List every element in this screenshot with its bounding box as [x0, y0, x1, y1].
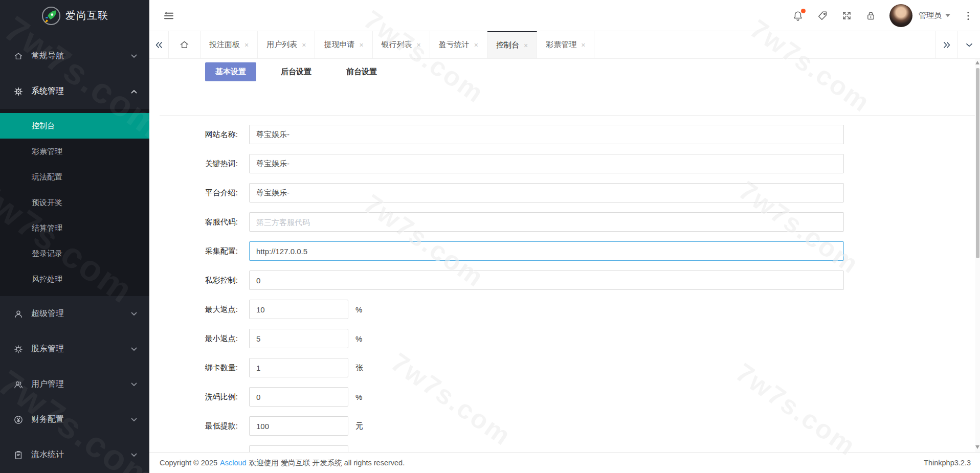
input-site-name[interactable]	[249, 125, 844, 144]
copyright-prefix: Copyright © 2025	[160, 459, 217, 467]
scroll-up-arrow[interactable]	[975, 61, 979, 64]
tabs-menu-chevron-icon[interactable]	[957, 31, 980, 58]
chevron-down-icon	[131, 347, 137, 351]
ascloud-link[interactable]: Ascloud	[220, 459, 247, 467]
subtab-backend-settings[interactable]: 后台设置	[271, 62, 322, 81]
subtab-basic-settings[interactable]: 基本设置	[205, 62, 256, 81]
submenu-item-risk-control[interactable]: 风控处理	[0, 266, 149, 292]
brand-name: 爱尚互联	[65, 9, 108, 22]
chevron-down-icon	[131, 382, 137, 387]
submenu-item-preset-draw[interactable]: 预设开奖	[0, 190, 149, 215]
tab-bank-list[interactable]: 银行列表×	[373, 31, 430, 58]
clipboard-icon	[13, 450, 24, 460]
form-row-max-rebate: 最大返点:%	[149, 300, 976, 319]
submenu-item-login-log[interactable]: 登录记录	[0, 241, 149, 266]
fullscreen-icon[interactable]	[841, 10, 852, 21]
sidebar-item-user-manage[interactable]: 用户管理	[0, 367, 149, 402]
form-row-private-lottery-control: 私彩控制:	[149, 271, 976, 290]
tab-close-icon[interactable]: ×	[244, 41, 249, 49]
form-label-platform-intro: 平台介绍:	[149, 188, 238, 198]
form-label-max-rebate: 最大返点:	[149, 305, 238, 314]
sidebar-item-label: 股东管理	[31, 344, 131, 354]
tab-label: 提现申请	[324, 40, 354, 50]
submenu-item-lottery-manage[interactable]: 彩票管理	[0, 139, 149, 164]
input-collect-config[interactable]	[249, 241, 844, 261]
sidebar-nav: 常规导航系统管理控制台彩票管理玩法配置预设开奖结算管理登录记录风控处理超级管理股…	[0, 31, 149, 472]
unit-bind-card-count: 张	[355, 363, 363, 373]
tab-close-icon[interactable]: ×	[524, 41, 528, 50]
home-icon	[13, 51, 24, 61]
tab-bar-controls	[935, 31, 980, 58]
tab-console[interactable]: 控制台×	[487, 31, 537, 58]
submenu-item-play-config[interactable]: 玩法配置	[0, 164, 149, 190]
form-label-min-rebate: 最小返点:	[149, 334, 238, 344]
home-tab-icon[interactable]	[169, 31, 201, 58]
framework-version: Thinkphp3.2.3	[924, 459, 971, 467]
tab-withdraw-apply[interactable]: 提现申请×	[315, 31, 372, 58]
input-bind-card-count[interactable]	[249, 358, 348, 377]
user-avatar[interactable]	[889, 4, 912, 27]
copyright-suffix: 欢迎使用 爱尚互联 开发系统 all rights reserved.	[249, 458, 405, 468]
unit-max-rebate: %	[355, 305, 362, 314]
chevron-down-icon	[131, 453, 137, 457]
user-menu[interactable]: 管理员	[919, 11, 950, 20]
form-label-min-withdraw: 最低提款:	[149, 421, 238, 431]
sidebar-item-general-nav[interactable]: 常规导航	[0, 38, 149, 74]
more-menu-icon[interactable]	[964, 11, 973, 21]
form-label-bind-card-count: 绑卡数量:	[149, 363, 238, 373]
tab-user-list[interactable]: 用户列表×	[258, 31, 315, 58]
tab-close-icon[interactable]: ×	[474, 41, 478, 49]
unit-min-withdraw: 元	[355, 421, 363, 431]
tab-label: 彩票管理	[546, 40, 576, 50]
vertical-scrollbar[interactable]	[975, 59, 980, 452]
input-service-code[interactable]	[249, 212, 844, 232]
input-hot-keywords[interactable]	[249, 154, 844, 173]
input-platform-intro[interactable]	[249, 183, 844, 202]
gear-icon	[13, 86, 24, 97]
input-max-rebate[interactable]	[249, 300, 348, 319]
notification-bell-icon[interactable]	[792, 10, 804, 21]
input-min-rebate[interactable]	[249, 329, 348, 348]
submenu-item-console[interactable]: 控制台	[0, 113, 149, 139]
form-label-wash-code-ratio: 洗码比例:	[149, 392, 238, 402]
brand[interactable]: 爱尚互联	[0, 0, 149, 31]
sidebar-collapse-icon[interactable]	[163, 10, 175, 22]
input-private-lottery-control[interactable]	[249, 271, 844, 290]
tab-close-icon[interactable]: ×	[302, 41, 306, 49]
notification-badge	[801, 9, 806, 13]
sidebar-item-finance-config[interactable]: 财务配置	[0, 402, 149, 437]
sidebar-item-label: 常规导航	[31, 51, 131, 61]
next-field-partial-input[interactable]	[249, 445, 348, 452]
caret-down-icon	[945, 14, 950, 17]
scroll-down-arrow[interactable]	[975, 445, 979, 449]
tab-lottery-manage[interactable]: 彩票管理×	[537, 31, 594, 58]
sidebar-item-label: 超级管理	[31, 308, 131, 319]
tab-bet-panel[interactable]: 投注面板×	[201, 31, 258, 58]
tag-icon[interactable]	[817, 10, 828, 21]
header-actions: 管理员	[779, 0, 973, 31]
tabs-scroll-left-icon[interactable]	[149, 31, 169, 58]
sidebar-item-shareholder-manage[interactable]: 股东管理	[0, 331, 149, 367]
tab-close-icon[interactable]: ×	[359, 41, 363, 49]
sidebar-item-system-manage[interactable]: 系统管理	[0, 74, 149, 109]
submenu-item-settlement-manage[interactable]: 结算管理	[0, 215, 149, 241]
sidebar-item-super-manage[interactable]: 超级管理	[0, 296, 149, 331]
tab-close-icon[interactable]: ×	[417, 41, 421, 49]
users-icon	[13, 379, 24, 390]
tab-profit-stats[interactable]: 盈亏统计×	[430, 31, 487, 58]
gear-outline-icon	[13, 344, 24, 354]
input-min-withdraw[interactable]	[249, 416, 348, 436]
input-wash-code-ratio[interactable]	[249, 387, 348, 407]
tab-close-icon[interactable]: ×	[581, 41, 585, 49]
sidebar-item-label: 流水统计	[31, 449, 131, 460]
sidebar-item-flow-stats[interactable]: 流水统计	[0, 437, 149, 472]
unit-min-rebate: %	[355, 334, 362, 343]
scrollbar-thumb[interactable]	[976, 68, 979, 258]
subtab-frontend-settings[interactable]: 前台设置	[336, 62, 387, 81]
form-row-hot-keywords: 关键热词:	[149, 154, 976, 173]
tabs-scroll-right-icon[interactable]	[935, 31, 957, 58]
chevron-down-icon	[131, 418, 137, 422]
lock-icon[interactable]	[865, 10, 876, 21]
form-label-service-code: 客服代码:	[149, 217, 238, 227]
form-label-site-name: 网站名称:	[149, 130, 238, 140]
